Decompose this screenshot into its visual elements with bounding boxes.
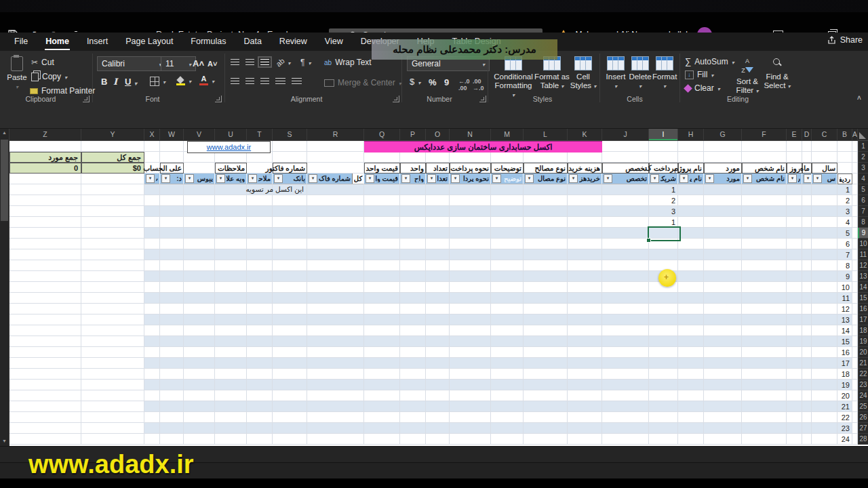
cell-U11[interactable]	[215, 249, 247, 260]
cell-Y13[interactable]	[81, 271, 144, 282]
row-header-22[interactable]: 22	[858, 369, 868, 380]
cell-E19[interactable]	[787, 336, 802, 347]
column-header-P[interactable]: P	[400, 129, 426, 141]
cell-Q5[interactable]	[364, 184, 400, 195]
cell-B18[interactable]: 14	[837, 325, 852, 336]
cell-N23[interactable]	[450, 380, 491, 390]
cell-T25[interactable]	[247, 401, 273, 412]
cell-X19[interactable]	[144, 336, 160, 347]
ribbon-tab-file[interactable]: File	[5, 33, 37, 51]
font-size-combo[interactable]: 11	[161, 56, 196, 71]
cell-T8[interactable]	[247, 217, 273, 228]
cell-X25[interactable]	[144, 401, 160, 412]
decrease-decimal-button[interactable]: .00→.0	[473, 78, 484, 92]
cell-M10[interactable]	[491, 239, 524, 249]
cell-N7[interactable]	[450, 206, 491, 217]
cell-Z8[interactable]	[9, 217, 81, 228]
cell-A28[interactable]	[852, 434, 858, 445]
cell-G17[interactable]	[704, 314, 742, 325]
column-header-Y[interactable]: Y	[81, 129, 144, 141]
cell-X15[interactable]	[144, 293, 160, 304]
cell-O4[interactable]: ▾تعدا	[426, 174, 450, 184]
cell-Y18[interactable]	[81, 325, 144, 336]
cell-Z13[interactable]	[9, 271, 81, 282]
row-header-11[interactable]: 11	[858, 249, 868, 260]
cell-T12[interactable]	[247, 260, 273, 271]
cell-R24[interactable]	[307, 390, 364, 401]
cell-L4[interactable]: ▾نوع مصال	[524, 174, 568, 184]
cell-P20[interactable]	[400, 347, 426, 358]
cell-K20[interactable]	[568, 347, 602, 358]
cell-C15[interactable]	[812, 293, 837, 304]
row-header-21[interactable]: 21	[858, 358, 868, 369]
cell-G23[interactable]	[704, 380, 742, 390]
cell-N2[interactable]	[450, 152, 491, 163]
cell-X10[interactable]	[144, 239, 160, 249]
cell-V19[interactable]	[184, 336, 215, 347]
filter-icon[interactable]: ▾	[309, 174, 317, 183]
cell-F21[interactable]	[742, 358, 787, 369]
cell-X8[interactable]	[144, 217, 160, 228]
cell-U24[interactable]	[215, 390, 247, 401]
cell-G5[interactable]	[704, 184, 742, 195]
conditional-formatting-button[interactable]: ConditionalFormatting	[492, 56, 534, 100]
cell-R23[interactable]	[307, 380, 364, 390]
row-header-18[interactable]: 18	[858, 325, 868, 336]
row-header-12[interactable]: 12	[858, 260, 868, 271]
cell-L17[interactable]	[524, 314, 568, 325]
cell-W19[interactable]	[160, 336, 184, 347]
cell-I1[interactable]	[649, 141, 678, 152]
align-middle-icon[interactable]	[245, 59, 254, 65]
cell-D28[interactable]	[802, 434, 812, 445]
cell-Q14[interactable]	[364, 282, 400, 293]
cell-K22[interactable]	[568, 369, 602, 380]
percent-button[interactable]: %	[429, 77, 437, 87]
cell-W3[interactable]: علی الحساب	[160, 163, 184, 174]
cell-J23[interactable]	[602, 380, 649, 390]
cell-A16[interactable]	[852, 304, 858, 314]
cell-X7[interactable]	[144, 206, 160, 217]
increase-decimal-button[interactable]: ←.0.00	[458, 78, 470, 92]
cut-button[interactable]: ✂Cut	[31, 58, 54, 67]
cell-K27[interactable]	[568, 423, 602, 434]
cell-J5[interactable]	[602, 184, 649, 195]
cell-L11[interactable]	[524, 249, 568, 260]
cell-M8[interactable]	[491, 217, 524, 228]
cell-U16[interactable]	[215, 304, 247, 314]
cell-V21[interactable]	[184, 358, 215, 369]
cell-H4[interactable]: ▾نام پر	[678, 174, 704, 184]
cell-O12[interactable]	[426, 260, 450, 271]
wrap-text-button[interactable]: abWrap Text	[324, 58, 372, 67]
scroll-down-icon[interactable]: ▼	[0, 437, 9, 445]
cell-N25[interactable]	[450, 401, 491, 412]
cell-J6[interactable]	[602, 195, 649, 206]
cell-X4[interactable]: ▾ت	[144, 174, 160, 184]
cell-S8[interactable]	[273, 217, 307, 228]
row-header-14[interactable]: 14	[858, 282, 868, 293]
cell-V5[interactable]	[184, 184, 215, 195]
cell-N4[interactable]: ▾نحوه پردا	[450, 174, 491, 184]
cell-Y8[interactable]	[81, 217, 144, 228]
cell-S15[interactable]	[273, 293, 307, 304]
cell-Z17[interactable]	[9, 314, 81, 325]
cell-Y25[interactable]	[81, 401, 144, 412]
cell-X1[interactable]	[144, 141, 160, 152]
cell-E18[interactable]	[787, 325, 802, 336]
cell-Y23[interactable]	[81, 380, 144, 390]
cell-Q10[interactable]	[364, 239, 400, 249]
cell-P2[interactable]	[400, 152, 426, 163]
cell-B20[interactable]: 16	[837, 347, 852, 358]
cell-T13[interactable]	[247, 271, 273, 282]
column-header-K[interactable]: K	[568, 129, 602, 141]
underline-menu[interactable]	[134, 79, 137, 87]
bold-button[interactable]: B	[101, 77, 107, 87]
cell-J17[interactable]	[602, 314, 649, 325]
cell-B14[interactable]: 10	[837, 282, 852, 293]
cell-K21[interactable]	[568, 358, 602, 369]
cell-D9[interactable]	[802, 228, 812, 239]
cell-H12[interactable]	[678, 260, 704, 271]
cell-N11[interactable]	[450, 249, 491, 260]
filter-icon[interactable]: ▾	[451, 174, 460, 183]
cell-B13[interactable]: 9	[837, 271, 852, 282]
cell-W9[interactable]	[160, 228, 184, 239]
